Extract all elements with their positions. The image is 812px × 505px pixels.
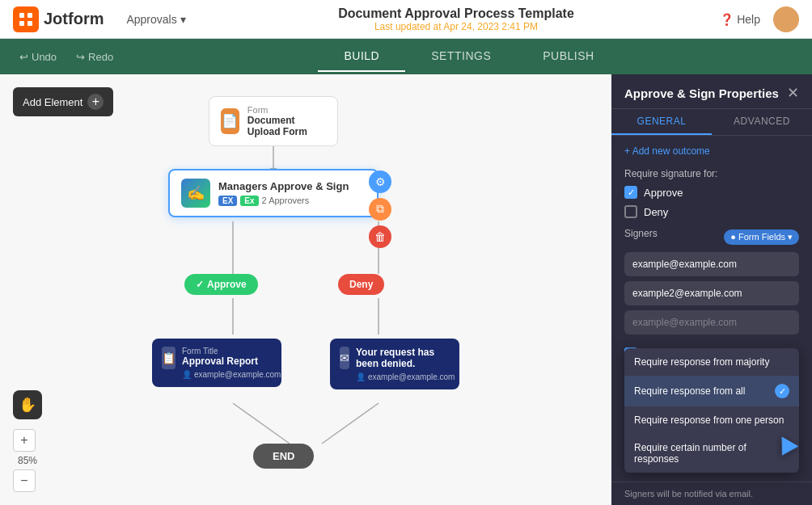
tabbar-history: ↩ Undo ↪ Redo <box>13 48 120 66</box>
deny-email: 👤 example@example.com <box>356 372 455 381</box>
require-sig-label: Require signature for: <box>624 168 799 179</box>
main: Add Element + <box>0 74 812 505</box>
navbar-right: ❓ Help <box>720 6 799 32</box>
jotform-logo-icon <box>13 6 39 32</box>
redo-icon: ↪ <box>76 51 85 63</box>
svg-rect-0 <box>13 6 39 32</box>
signers-header: Signers ● Form Fields ▾ <box>624 228 799 246</box>
node-delete-button[interactable]: 🗑 <box>369 225 391 248</box>
tab-advanced[interactable]: ADVANCED <box>712 109 812 135</box>
node-actions: ⚙ ⧉ 🗑 <box>369 170 391 248</box>
signer2-input[interactable] <box>624 281 799 305</box>
outcome-deny[interactable]: Deny <box>338 274 384 295</box>
report-email: 👤 example@example.com <box>182 370 281 379</box>
add-element-button[interactable]: Add Element + <box>13 87 113 116</box>
tabbar-tabs: BUILD SETTINGS PUBLISH <box>139 41 799 72</box>
add-element-label: Add Element <box>23 96 82 108</box>
approver-count: 2 Approvers <box>262 196 310 205</box>
report-node[interactable]: 📋 Form Title Approval Report 👤 example@e… <box>152 339 281 387</box>
dropdown-item-all[interactable]: Require response from all ✓ <box>624 376 799 406</box>
end-node: END <box>253 444 314 469</box>
form-node-label: Form <box>247 105 326 115</box>
hand-tool-button[interactable]: ✋ <box>13 390 42 419</box>
form-node-text: Form Document Upload Form <box>247 105 326 137</box>
dropdown-item-one[interactable]: Require response from one person <box>624 406 799 434</box>
deny-checkbox-row: Deny <box>624 205 799 218</box>
tab-general[interactable]: GENERAL <box>611 109 712 135</box>
panel-tabs: GENERAL ADVANCED <box>611 109 812 136</box>
redo-button[interactable]: ↪ Redo <box>70 48 120 66</box>
signer3-input[interactable] <box>624 310 799 335</box>
avatar[interactable] <box>773 6 799 32</box>
panel-body: + Add new outcome Require signature for:… <box>611 136 812 482</box>
logo[interactable]: Jotform <box>13 6 104 32</box>
signer1-input[interactable] <box>624 252 799 276</box>
deny-message: Your request has been denied. <box>356 347 455 369</box>
flow-inner: 📄 Form Document Upload Form ✍ Managers A… <box>104 96 508 484</box>
help-icon: ❓ <box>720 13 734 26</box>
person-icon-2: 👤 <box>356 372 366 381</box>
outcome-approve[interactable]: ✓ Approve <box>184 274 258 295</box>
form-node[interactable]: 📄 Form Document Upload Form <box>209 96 338 146</box>
svg-rect-4 <box>27 21 32 26</box>
approvals-nav[interactable]: Approvals ▾ <box>120 10 192 29</box>
chevron-icon: ▾ <box>788 232 793 242</box>
right-panel: Approve & Sign Properties ✕ GENERAL ADVA… <box>611 74 812 505</box>
plus-icon: + <box>87 94 104 110</box>
deny-icon: ✉ <box>340 347 349 369</box>
logo-text: Jotform <box>44 10 104 28</box>
panel-close-button[interactable]: ✕ <box>787 86 799 100</box>
help-button[interactable]: ❓ Help <box>720 13 760 26</box>
form-fields-button[interactable]: ● Form Fields ▾ <box>724 229 799 245</box>
deny-checkbox[interactable] <box>624 205 637 218</box>
approve-sign-node[interactable]: ✍ Managers Approve & Sign EX Ex 2 Approv… <box>168 169 379 217</box>
check-icon: ✓ <box>628 187 635 198</box>
navbar-center: Document Approval Process Template Last … <box>192 6 720 32</box>
approve-checkbox-label: Approve <box>644 187 683 199</box>
zoom-percent: 85% <box>13 455 42 466</box>
node-settings-button[interactable]: ⚙ <box>369 170 391 193</box>
panel-header: Approve & Sign Properties ✕ <box>611 74 812 109</box>
svg-rect-2 <box>27 13 32 18</box>
deny-message-node[interactable]: ✉ Your request has been denied. 👤 exampl… <box>330 339 459 389</box>
tabbar: ↩ Undo ↪ Redo BUILD SETTINGS PUBLISH <box>0 39 812 74</box>
node-copy-button[interactable]: ⧉ <box>369 198 391 221</box>
tab-settings[interactable]: SETTINGS <box>405 41 517 72</box>
report-name: Approval Report <box>182 356 281 367</box>
selected-check-icon: ✓ <box>775 384 789 398</box>
circle-icon: ● <box>730 232 736 242</box>
zoom-out-button[interactable]: − <box>13 469 36 492</box>
svg-line-11 <box>322 403 379 444</box>
signers-label: Signers <box>624 228 658 239</box>
chevron-down-icon: ▾ <box>180 13 186 26</box>
svg-rect-1 <box>19 13 24 18</box>
approve-checkbox-row: ✓ Approve <box>624 186 799 199</box>
undo-icon: ↩ <box>19 51 28 63</box>
report-content: Form Title Approval Report 👤 example@exa… <box>182 347 281 379</box>
approve-check-icon: ✓ <box>196 279 204 290</box>
form-node-icon: 📄 <box>221 108 239 134</box>
form-node-title: Document Upload Form <box>247 115 326 137</box>
dropdown-item-majority[interactable]: Require response from majority <box>624 348 799 376</box>
completion-dropdown[interactable]: Require response from majority Require r… <box>624 348 799 473</box>
canvas[interactable]: Add Element + <box>0 74 611 505</box>
approver-badge-2: Ex <box>240 196 258 206</box>
report-icon: 📋 <box>162 347 176 369</box>
zoom-in-button[interactable]: + <box>13 429 36 452</box>
undo-button[interactable]: ↩ Undo <box>13 48 63 66</box>
panel-title: Approve & Sign Properties <box>624 86 779 100</box>
tab-build[interactable]: BUILD <box>318 41 405 72</box>
approve-sign-body: Managers Approve & Sign EX Ex 2 Approver… <box>218 180 366 206</box>
navbar: Jotform Approvals ▾ Document Approval Pr… <box>0 0 812 39</box>
svg-rect-3 <box>19 21 24 26</box>
tab-publish[interactable]: PUBLISH <box>517 41 620 72</box>
approver-badge-1: EX <box>218 196 237 206</box>
last-updated: Last updated at Apr 24, 2023 2:41 PM <box>192 21 720 32</box>
dropdown-item-certain[interactable]: Require certain number of responses <box>624 434 799 473</box>
panel-footer: Signers will be notified via email. <box>611 482 812 505</box>
deny-content: Your request has been denied. 👤 example@… <box>356 347 455 381</box>
approve-checkbox[interactable]: ✓ <box>624 186 637 199</box>
add-outcome-link[interactable]: + Add new outcome <box>624 145 799 157</box>
approve-sign-icon: ✍ <box>181 179 210 208</box>
approve-sign-title: Managers Approve & Sign <box>218 180 366 192</box>
